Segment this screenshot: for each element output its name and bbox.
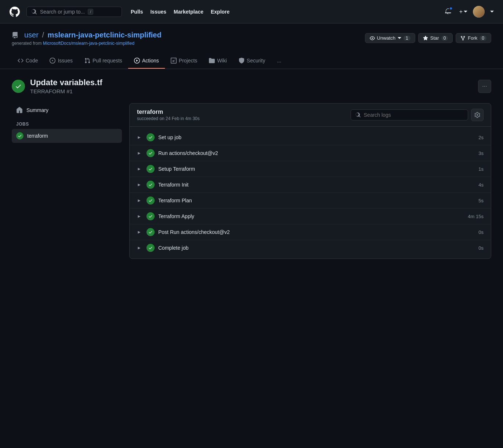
run-subtitle: TERRAFORM #1 — [30, 88, 102, 94]
log-step-4[interactable]: ► Terraform Plan 5s — [130, 193, 491, 209]
nav-explore[interactable]: Explore — [211, 9, 229, 15]
step-success-icon-2 — [146, 165, 155, 173]
tab-pull-requests[interactable]: Pull requests — [79, 53, 128, 69]
jobs-label: Jobs — [12, 122, 122, 127]
tab-more[interactable]: ... — [271, 53, 287, 69]
log-search — [351, 109, 484, 121]
step-name-4: Terraform Plan — [158, 198, 192, 203]
fork-button[interactable]: Fork 0 — [456, 33, 491, 43]
log-step-7[interactable]: ► Complete job 0s — [130, 240, 491, 256]
breadcrumb-user[interactable]: user — [24, 31, 39, 39]
run-success-icon — [12, 80, 25, 93]
repo-header: user / mslearn-java-petclinic-simplified… — [0, 24, 503, 69]
header-actions: + — [442, 6, 494, 18]
log-panel-title: terraform — [137, 109, 200, 115]
sidebar-summary[interactable]: Summary — [12, 103, 122, 117]
chevron-icon-7: ► — [137, 245, 143, 250]
search-logs-input[interactable] — [364, 112, 463, 118]
tab-projects[interactable]: Projects — [165, 53, 203, 69]
star-button[interactable]: Star 0 — [418, 33, 453, 43]
run-more-button[interactable]: ··· — [478, 80, 491, 93]
avatar-dropdown-icon[interactable] — [490, 10, 494, 14]
log-panel-header: terraform succeeded on 24 Feb in 4m 30s — [130, 104, 491, 127]
log-step-5[interactable]: ► Terraform Apply 4m 15s — [130, 209, 491, 224]
breadcrumb: user / mslearn-java-petclinic-simplified — [24, 31, 162, 39]
repo-actions: Unwatch 1 Star 0 Fork 0 — [365, 33, 491, 43]
unwatch-count: 1 — [404, 36, 410, 41]
step-name-5: Terraform Apply — [158, 213, 194, 219]
log-panel-subtitle: succeeded on 24 Feb in 4m 30s — [137, 116, 200, 121]
run-more-icon: ··· — [482, 83, 487, 90]
header: Search or jump to... / Pulls Issues Mark… — [0, 0, 503, 24]
chevron-icon-0: ► — [137, 135, 143, 140]
workflow-layout: Summary Jobs terraform terraform succeed… — [12, 103, 491, 259]
unwatch-dropdown-icon — [398, 36, 401, 40]
fork-count: 0 — [480, 36, 486, 41]
step-success-icon-6 — [146, 228, 155, 236]
log-step-2[interactable]: ► Setup Terraform 1s — [130, 161, 491, 177]
step-name-1: Run actions/checkout@v2 — [158, 150, 218, 156]
chevron-icon-2: ► — [137, 166, 143, 171]
log-panel-title-area: terraform succeeded on 24 Feb in 4m 30s — [137, 109, 200, 121]
nav-marketplace[interactable]: Marketplace — [174, 9, 203, 15]
repo-tabs: Code Issues Pull requests Actions Projec… — [12, 53, 491, 69]
notification-dot — [449, 7, 453, 10]
github-logo[interactable] — [9, 6, 21, 18]
log-step-3[interactable]: ► Terraform Init 4s — [130, 177, 491, 193]
avatar[interactable] — [473, 6, 485, 18]
tab-issues[interactable]: Issues — [44, 53, 78, 69]
step-name-0: Set up job — [158, 134, 181, 140]
step-success-icon-1 — [146, 149, 155, 157]
chevron-icon-1: ► — [137, 151, 143, 156]
search-input-wrapper[interactable] — [351, 109, 468, 120]
breadcrumb-repo[interactable]: mslearn-java-petclinic-simplified — [48, 31, 162, 39]
step-success-icon-7 — [146, 244, 155, 252]
chevron-icon-4: ► — [137, 198, 143, 203]
step-time-3: 4s — [478, 182, 484, 188]
star-label: Star — [430, 35, 439, 41]
step-time-1: 3s — [478, 151, 484, 156]
step-time-7: 0s — [478, 245, 484, 251]
step-name-7: Complete job — [158, 245, 189, 251]
fork-label: Fork — [468, 35, 477, 41]
chevron-icon-5: ► — [137, 214, 143, 219]
tab-wiki[interactable]: Wiki — [203, 53, 232, 69]
nav-pulls[interactable]: Pulls — [131, 9, 143, 15]
job-name: terraform — [27, 133, 48, 139]
repo-icon — [12, 32, 18, 38]
run-title: Update variables.tf — [30, 78, 102, 87]
log-panel: terraform succeeded on 24 Feb in 4m 30s — [129, 103, 491, 259]
tab-security[interactable]: Security — [233, 53, 271, 69]
search-icon — [355, 112, 361, 118]
log-step-6[interactable]: ► Post Run actions/checkout@v2 0s — [130, 224, 491, 240]
notifications-button[interactable] — [442, 6, 454, 18]
run-title-area: Update variables.tf TERRAFORM #1 — [12, 78, 102, 94]
job-item-terraform[interactable]: terraform — [12, 129, 122, 143]
summary-label: Summary — [26, 107, 48, 113]
log-step-1[interactable]: ► Run actions/checkout@v2 3s — [130, 145, 491, 161]
nav-issues[interactable]: Issues — [150, 9, 166, 15]
sidebar: Summary Jobs terraform — [12, 103, 122, 259]
create-new-button[interactable]: + — [459, 8, 468, 15]
generated-from: generated from MicrosoftDocs/mslearn-jav… — [12, 41, 162, 46]
step-time-5: 4m 15s — [468, 214, 484, 219]
settings-button[interactable] — [471, 109, 484, 121]
settings-icon — [474, 112, 480, 118]
tab-code[interactable]: Code — [12, 53, 44, 69]
step-time-2: 1s — [478, 166, 484, 172]
unwatch-button[interactable]: Unwatch 1 — [365, 33, 415, 43]
generated-from-link[interactable]: MicrosoftDocs/mslearn-java-petclinic-sim… — [43, 41, 134, 46]
unwatch-label: Unwatch — [377, 35, 396, 41]
run-header: Update variables.tf TERRAFORM #1 ··· — [12, 78, 491, 94]
home-icon — [16, 107, 23, 113]
slash-key: / — [88, 9, 93, 15]
header-nav: Pulls Issues Marketplace Explore — [131, 9, 229, 15]
step-name-6: Post Run actions/checkout@v2 — [158, 229, 230, 235]
tab-actions[interactable]: Actions — [128, 53, 165, 69]
log-step-0[interactable]: ► Set up job 2s — [130, 130, 491, 145]
step-success-icon-3 — [146, 181, 155, 189]
star-count: 0 — [441, 36, 448, 41]
search-bar[interactable]: Search or jump to... / — [26, 7, 122, 17]
search-placeholder: Search or jump to... — [40, 9, 85, 15]
step-name-3: Terraform Init — [158, 182, 188, 188]
